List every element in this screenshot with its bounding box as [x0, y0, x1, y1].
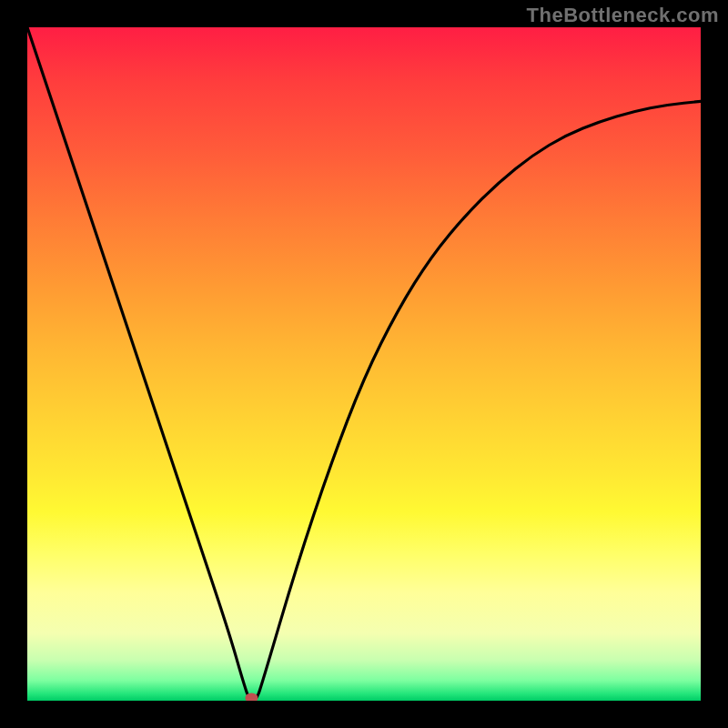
curve-path [27, 27, 701, 701]
chart-frame: TheBottleneck.com [0, 0, 728, 728]
plot-area [27, 27, 701, 701]
watermark-text: TheBottleneck.com [527, 4, 719, 27]
bottleneck-curve [27, 27, 701, 701]
